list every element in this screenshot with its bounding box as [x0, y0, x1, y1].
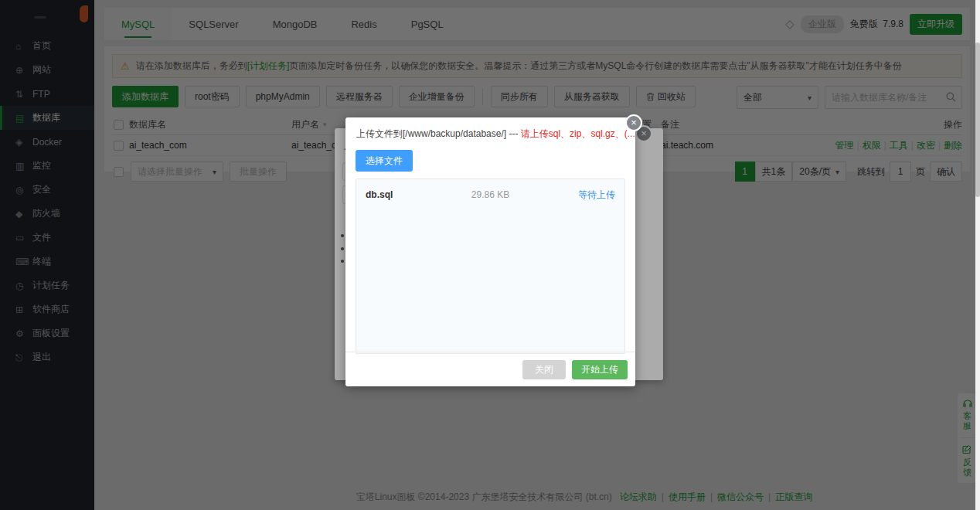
file-status-waiting[interactable]: 等待上传	[578, 189, 615, 202]
upload-path-text: 上传文件到[/www/backup/database/] ---	[356, 128, 521, 139]
file-list-item: db.sql 29.86 KB 等待上传	[356, 179, 624, 210]
upload-format-warning: 请上传sql、zip、sql.gz、(...	[521, 128, 635, 139]
close-button[interactable]: 关闭	[522, 360, 566, 379]
scrollbar-track[interactable]	[975, 0, 980, 510]
upload-file-modal: × 上传文件到[/www/backup/database/] --- 请上传sq…	[345, 117, 635, 386]
file-list: db.sql 29.86 KB 等待上传	[356, 178, 625, 354]
start-upload-button[interactable]: 开始上传	[572, 360, 628, 379]
scrollbar-thumb[interactable]	[975, 42, 980, 197]
close-icon[interactable]: ×	[625, 114, 642, 131]
upload-modal-title: 上传文件到[/www/backup/database/] --- 请上传sql、…	[345, 117, 635, 144]
choose-file-button[interactable]: 选择文件	[356, 150, 413, 172]
upload-modal-footer: 关闭 开始上传	[345, 352, 635, 386]
